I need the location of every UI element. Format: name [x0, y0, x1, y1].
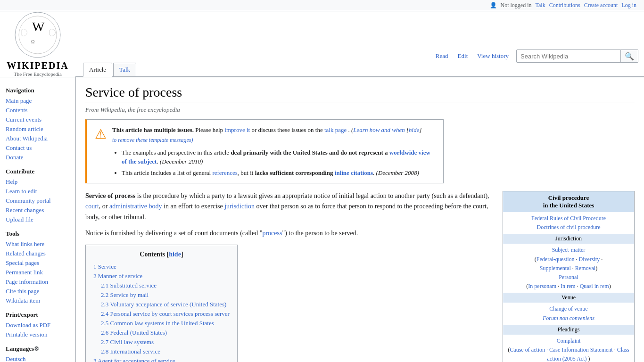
sidebar-item-deutsch[interactable]: Deutsch — [6, 354, 70, 362]
toc-link-2-7[interactable]: 2.7 Civil law systems — [101, 338, 154, 346]
sidebar-item-help[interactable]: Help — [6, 177, 70, 187]
supplemental-link[interactable]: Supplemental — [540, 265, 571, 272]
site-title[interactable]: Wikipedia — [7, 60, 68, 71]
in-rem-link[interactable]: In rem — [561, 283, 576, 289]
complaint-link[interactable]: Complaint — [557, 337, 581, 344]
languages-gear-icon[interactable]: ⚙ — [34, 346, 39, 353]
warning-text2: or discuss these issues on the — [251, 126, 324, 133]
navigation-header: Navigation — [6, 87, 70, 94]
removal-link[interactable]: Removal — [575, 265, 595, 272]
user-icon: 👤 — [490, 2, 497, 9]
in-personam-link[interactable]: In personam — [528, 283, 556, 289]
sidebar-item-what-links-here[interactable]: What links here — [6, 239, 70, 249]
toc-link-2-3[interactable]: 2.3 Voluntary acceptance of service (Uni… — [101, 301, 226, 308]
inline-citations-link[interactable]: inline citations — [335, 169, 373, 176]
toc-link-2-8[interactable]: 2.8 International service — [101, 348, 160, 355]
talk-tab[interactable]: Talk — [113, 63, 136, 76]
learn-link[interactable]: Learn how and when — [353, 126, 405, 133]
sidebar-item-learn-to-edit[interactable]: Learn to edit — [6, 187, 70, 196]
contributions-link[interactable]: Contributions — [549, 2, 580, 9]
sidebar-item-donate[interactable]: Donate — [6, 153, 70, 162]
administrative-body-link[interactable]: administrative body — [109, 203, 162, 210]
case-information-link[interactable]: Case Information Statement — [549, 346, 613, 353]
sidebar-item-main-page[interactable]: Main page — [6, 96, 70, 106]
talk-page-link[interactable]: talk page — [324, 126, 347, 133]
subject-matter-link[interactable]: Subject-matter — [552, 247, 586, 253]
warning-bold: This article has multiple issues. — [112, 126, 194, 133]
federal-rules-link[interactable]: Federal Rules of Civil Procedure — [531, 215, 606, 222]
toc-hide-link[interactable]: hide — [169, 251, 181, 258]
talk-link[interactable]: Talk — [536, 2, 545, 9]
toc-link-2-6[interactable]: 2.6 Federal (United States) — [101, 329, 167, 336]
toc-link-1[interactable]: 1 Service — [93, 263, 116, 270]
search-button[interactable]: 🔍 — [620, 50, 638, 62]
sidebar-item-upload-file[interactable]: Upload file — [6, 215, 70, 224]
toc-link-2-2[interactable]: 2.2 Service by mail — [101, 291, 149, 298]
personal-link[interactable]: Personal — [559, 274, 578, 280]
toc-title: Contents [hide] — [93, 251, 230, 258]
toc-item-2: 2 Manner of service — [93, 272, 230, 281]
sidebar-item-printable-version[interactable]: Printable version — [6, 330, 70, 339]
read-tab[interactable]: Read — [434, 52, 450, 60]
search-input[interactable] — [517, 50, 620, 62]
toc-item-1: 1 Service — [93, 262, 230, 272]
improve-it-link[interactable]: improve it — [224, 126, 250, 133]
languages-header: Languages ⚙ — [6, 345, 70, 353]
forum-non-link[interactable]: Forum non conveniens — [543, 315, 594, 321]
table-of-contents: Contents [hide] 1 Service 2 Manner of se… — [85, 245, 238, 362]
sidebar: Navigation Main page Contents Current ev… — [0, 77, 75, 362]
civil-links-row: Federal Rules of Civil Procedure Doctrin… — [503, 212, 634, 234]
pleadings-content: Complaint (Cause of action · Case Inform… — [503, 335, 634, 362]
process-link[interactable]: process — [262, 230, 282, 237]
create-account-link[interactable]: Create account — [584, 2, 618, 9]
article-tab[interactable]: Article — [83, 63, 112, 77]
tools-header: Tools — [6, 230, 70, 238]
sidebar-item-random-article[interactable]: Random article — [6, 124, 70, 134]
toc-item-2-3: 2.3 Voluntary acceptance of service (Uni… — [93, 300, 230, 309]
page-title: Service of process — [85, 85, 635, 102]
venue-content: Change of venue Forum non conveniens — [503, 303, 634, 324]
toc-link-2-4[interactable]: 2.4 Personal service by court services p… — [101, 310, 230, 317]
hide-link[interactable]: hide — [409, 126, 419, 133]
civil-title-line1: Civil procedure — [548, 194, 589, 201]
site-subtitle: The Free Encyclopedia — [14, 71, 62, 77]
toc-link-2-5[interactable]: 2.5 Common law systems in the United Sta… — [101, 320, 214, 327]
sidebar-item-related-changes[interactable]: Related changes — [6, 249, 70, 258]
jurisdiction-link[interactable]: jurisdiction — [224, 203, 255, 210]
sidebar-item-permanent-link[interactable]: Permanent link — [6, 268, 70, 277]
svg-text:Ω: Ω — [31, 39, 34, 44]
references-link[interactable]: references — [212, 169, 237, 176]
doctrines-link[interactable]: Doctrines of civil procedure — [537, 224, 601, 230]
pleadings-header: Pleadings — [503, 325, 634, 335]
print-header: Print/export — [6, 311, 70, 319]
toc-item-2-5: 2.5 Common law systems in the United Sta… — [93, 319, 230, 328]
quasi-in-rem-link[interactable]: Quasi in rem — [580, 283, 609, 289]
sidebar-item-cite-this-page[interactable]: Cite this page — [6, 287, 70, 296]
sidebar-item-page-information[interactable]: Page information — [6, 277, 70, 287]
page-subtitle: From Wikipedia, the free encyclopedia — [85, 106, 635, 114]
sidebar-item-contact-us[interactable]: Contact us — [6, 143, 70, 153]
cause-of-action-link[interactable]: Cause of action — [510, 346, 545, 353]
log-in-link[interactable]: Log in — [621, 2, 636, 9]
sidebar-item-download-pdf[interactable]: Download as PDF — [6, 321, 70, 330]
edit-tab[interactable]: Edit — [456, 52, 470, 60]
toc-link-3[interactable]: 3 Agent for acceptance of service — [93, 357, 175, 362]
federal-question-link[interactable]: Federal-question — [537, 256, 575, 263]
sidebar-item-wikidata-item[interactable]: Wikidata item — [6, 296, 70, 305]
sidebar-item-community-portal[interactable]: Community portal — [6, 196, 70, 206]
sidebar-item-contents[interactable]: Contents — [6, 106, 70, 115]
diversity-link[interactable]: Diversity — [578, 256, 600, 263]
toc-link-2-1[interactable]: 2.1 Substituted service — [101, 282, 157, 289]
sidebar-item-about-wikipedia[interactable]: About Wikipedia — [6, 134, 70, 143]
change-of-venue-link[interactable]: Change of venue — [549, 305, 587, 312]
wikipedia-logo[interactable]: W Ω — [14, 11, 61, 58]
view-history-tab[interactable]: View history — [475, 52, 511, 60]
sidebar-item-recent-changes[interactable]: Recent changes — [6, 206, 70, 215]
toc-link-2[interactable]: 2 Manner of service — [93, 272, 142, 280]
warning-bullet-2: This article includes a list of general … — [122, 168, 436, 178]
toc-item-2-1: 2.1 Substituted service — [93, 281, 230, 290]
court-link[interactable]: court — [85, 203, 99, 210]
toc-item-2-2: 2.2 Service by mail — [93, 290, 230, 300]
sidebar-item-current-events[interactable]: Current events — [6, 115, 70, 124]
sidebar-item-special-pages[interactable]: Special pages — [6, 258, 70, 268]
